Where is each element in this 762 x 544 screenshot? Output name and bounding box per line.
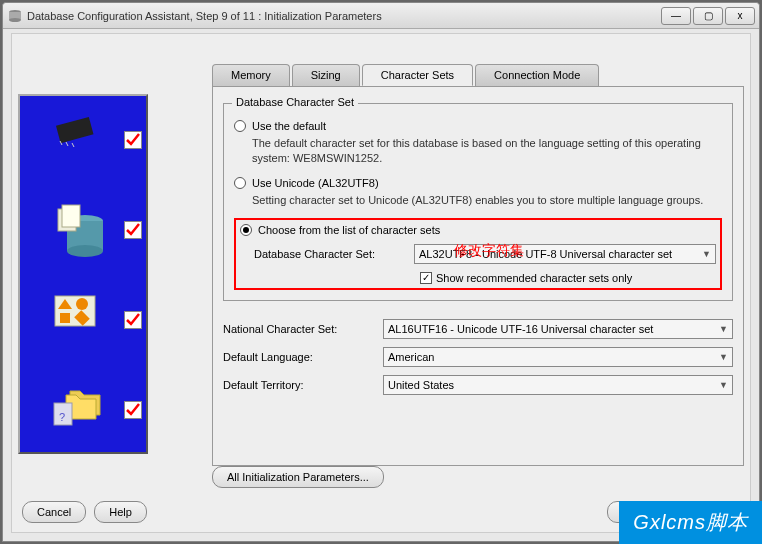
minimize-button[interactable]: — bbox=[661, 7, 691, 25]
content-area: ? Memory Sizing Character Sets Connectio… bbox=[11, 33, 751, 533]
svg-rect-11 bbox=[62, 205, 80, 227]
annotation-text: 修改字符集 bbox=[454, 242, 524, 260]
window-controls: — ▢ x bbox=[659, 7, 755, 25]
radio-use-default[interactable]: Use the default bbox=[234, 120, 722, 132]
button-label: Cancel bbox=[37, 506, 71, 518]
button-label: All Initialization Parameters... bbox=[227, 471, 369, 483]
default-language-dropdown[interactable]: American ▼ bbox=[383, 347, 733, 367]
tab-memory[interactable]: Memory bbox=[212, 64, 290, 86]
radio-label: Choose from the list of character sets bbox=[258, 224, 440, 236]
tab-bar: Memory Sizing Character Sets Connection … bbox=[212, 64, 601, 86]
check-icon bbox=[124, 311, 142, 329]
titlebar[interactable]: Database Configuration Assistant, Step 9… bbox=[3, 3, 759, 29]
dropdown-value: AL16UTF16 - Unicode UTF-16 Universal cha… bbox=[388, 323, 653, 335]
cancel-button[interactable]: Cancel bbox=[22, 501, 86, 523]
window-title: Database Configuration Assistant, Step 9… bbox=[27, 10, 659, 22]
radio-icon bbox=[234, 120, 246, 132]
radio-label: Use the default bbox=[252, 120, 326, 132]
window-frame: Database Configuration Assistant, Step 9… bbox=[2, 2, 760, 542]
close-button[interactable]: x bbox=[725, 7, 755, 25]
chevron-down-icon: ▼ bbox=[702, 249, 711, 259]
default-desc: The default character set for this datab… bbox=[252, 136, 722, 167]
svg-rect-15 bbox=[60, 313, 70, 323]
svg-point-14 bbox=[76, 298, 88, 310]
files-cylinder-icon bbox=[50, 201, 110, 263]
svg-text:?: ? bbox=[59, 411, 65, 423]
sidebar-step-2 bbox=[20, 186, 146, 276]
radio-label: Use Unicode (AL32UTF8) bbox=[252, 177, 379, 189]
chip-icon bbox=[50, 111, 100, 153]
watermark-banner: Gxlcms脚本 bbox=[619, 501, 762, 544]
checkbox-icon bbox=[420, 272, 432, 284]
dropdown-value: American bbox=[388, 351, 434, 363]
svg-line-5 bbox=[66, 142, 68, 146]
groupbox-title: Database Character Set bbox=[232, 96, 358, 108]
svg-point-9 bbox=[67, 245, 103, 257]
chevron-down-icon: ▼ bbox=[719, 352, 728, 362]
button-label: Help bbox=[109, 506, 132, 518]
tab-connection-mode[interactable]: Connection Mode bbox=[475, 64, 599, 86]
app-icon bbox=[7, 8, 23, 24]
help-button[interactable]: Help bbox=[94, 501, 147, 523]
check-icon bbox=[124, 401, 142, 419]
svg-line-6 bbox=[72, 143, 74, 147]
sidebar-step-1 bbox=[20, 96, 146, 186]
charset-groupbox: Database Character Set Use the default T… bbox=[223, 103, 733, 301]
shapes-icon bbox=[50, 291, 100, 333]
chevron-down-icon: ▼ bbox=[719, 380, 728, 390]
sidebar-step-3 bbox=[20, 276, 146, 366]
default-territory-dropdown[interactable]: United States ▼ bbox=[383, 375, 733, 395]
show-recommended-checkbox[interactable]: Show recommended character sets only bbox=[420, 272, 716, 284]
dropdown-value: United States bbox=[388, 379, 454, 391]
radio-choose-list[interactable]: Choose from the list of character sets bbox=[240, 224, 716, 236]
national-charset-label: National Character Set: bbox=[223, 323, 383, 335]
default-territory-label: Default Territory: bbox=[223, 379, 383, 391]
default-language-label: Default Language: bbox=[223, 351, 383, 363]
maximize-button[interactable]: ▢ bbox=[693, 7, 723, 25]
folder-question-icon: ? bbox=[50, 381, 110, 433]
wizard-sidebar: ? bbox=[18, 94, 148, 454]
tab-character-sets[interactable]: Character Sets bbox=[362, 64, 473, 86]
db-charset-label: Database Character Set: bbox=[254, 248, 414, 260]
check-icon bbox=[124, 131, 142, 149]
checkbox-label: Show recommended character sets only bbox=[436, 272, 632, 284]
radio-icon bbox=[240, 224, 252, 236]
svg-rect-3 bbox=[56, 117, 94, 143]
svg-point-2 bbox=[9, 18, 21, 22]
check-icon bbox=[124, 221, 142, 239]
sidebar-step-4: ? bbox=[20, 366, 146, 456]
national-charset-dropdown[interactable]: AL16UTF16 - Unicode UTF-16 Universal cha… bbox=[383, 319, 733, 339]
all-init-params-button[interactable]: All Initialization Parameters... bbox=[212, 466, 384, 488]
radio-use-unicode[interactable]: Use Unicode (AL32UTF8) bbox=[234, 177, 722, 189]
chevron-down-icon: ▼ bbox=[719, 324, 728, 334]
radio-icon bbox=[234, 177, 246, 189]
tab-sizing[interactable]: Sizing bbox=[292, 64, 360, 86]
tab-pane: Database Character Set Use the default T… bbox=[212, 86, 744, 466]
unicode-desc: Setting character set to Unicode (AL32UT… bbox=[252, 193, 722, 208]
